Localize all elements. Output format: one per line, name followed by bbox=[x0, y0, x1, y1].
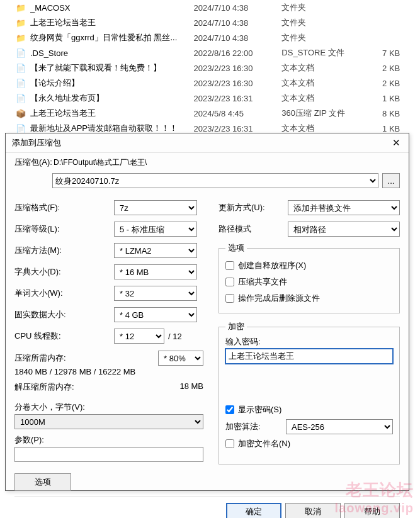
archive-label: 压缩包(A): bbox=[14, 157, 52, 168]
file-row[interactable]: 📄 【永久地址发布页】 2023/2/23 16:31 文本文档 1 KB bbox=[0, 91, 420, 106]
file-list: 📁 _MACOSX 2024/7/10 4:38 文件夹 📁 上老王论坛当老王 … bbox=[0, 0, 420, 136]
zip-icon: 📦 bbox=[15, 108, 26, 119]
file-row[interactable]: 📁 _MACOSX 2024/7/10 4:38 文件夹 bbox=[0, 0, 420, 15]
file-size: 7 KB bbox=[382, 48, 420, 58]
word-select[interactable]: * 32 bbox=[114, 286, 197, 301]
add-to-archive-dialog: 添加到压缩包 ✕ 压缩包(A): D:\FFOutput\格式工厂\老王\ 纹身… bbox=[5, 133, 409, 491]
format-label: 压缩格式(F): bbox=[14, 202, 114, 213]
options-legend: 选项 bbox=[225, 242, 247, 254]
enc-algo-select[interactable]: AES-256 bbox=[286, 419, 393, 434]
file-type: 文本文档 bbox=[281, 62, 382, 74]
close-icon[interactable]: ✕ bbox=[389, 135, 404, 150]
solid-label: 固实数据大小: bbox=[14, 309, 114, 320]
file-size: 1 KB bbox=[382, 124, 420, 133]
archive-name-combo[interactable]: 纹身20240710.7z bbox=[52, 173, 378, 188]
method-label: 压缩方法(M): bbox=[14, 245, 114, 256]
file-type: 360压缩 ZIP 文件 bbox=[281, 108, 382, 119]
file-icon: 📄 bbox=[15, 77, 26, 89]
help-button[interactable]: 帮助 bbox=[344, 503, 400, 518]
file-date: 2024/7/10 4:38 bbox=[194, 18, 282, 28]
dict-label: 字典大小(D): bbox=[14, 266, 114, 278]
archive-path: D:\FFOutput\格式工厂\老王\ bbox=[52, 157, 400, 168]
options-fieldset: 选项 创建自释放程序(X) 压缩共享文件 操作完成后删除源文件 bbox=[219, 242, 400, 313]
sfx-checkbox[interactable] bbox=[225, 261, 234, 270]
show-password-option[interactable]: 显示密码(S) bbox=[225, 402, 393, 418]
file-type: 文件夹 bbox=[281, 2, 382, 13]
format-select[interactable]: 7z bbox=[114, 200, 197, 215]
file-size: 2 KB bbox=[382, 64, 420, 73]
file-date: 2024/5/8 4:45 bbox=[194, 109, 282, 118]
file-name: .DS_Store bbox=[30, 48, 194, 58]
file-date: 2023/2/23 16:30 bbox=[194, 64, 282, 73]
file-name: 上老王论坛当老王 bbox=[30, 17, 194, 28]
file-date: 2024/7/10 4:38 bbox=[194, 33, 282, 43]
update-select[interactable]: 添加并替换文件 bbox=[288, 200, 400, 215]
file-type: 文本文档 bbox=[281, 93, 382, 104]
split-label: 分卷大小，字节(V): bbox=[14, 402, 203, 413]
file-type: 文件夹 bbox=[281, 32, 382, 43]
folder-icon: 📁 bbox=[15, 32, 26, 43]
file-type: DS_STORE 文件 bbox=[281, 47, 382, 59]
solid-select[interactable]: * 4 GB bbox=[114, 307, 197, 322]
encryption-fieldset: 加密 输入密码: 显示密码(S) 加密算法: AES-256 加密文件名(N) bbox=[219, 321, 400, 465]
file-row[interactable]: 📁 纹身网黄「ggxrrd」日常性爱私拍 黑丝... 2024/7/10 4:3… bbox=[0, 30, 420, 45]
folder-icon: 📁 bbox=[15, 2, 26, 13]
left-column: 压缩格式(F): 7z 压缩等级(L): 5 - 标准压缩 压缩方法(M): *… bbox=[14, 197, 203, 491]
file-name: 【永久地址发布页】 bbox=[30, 93, 194, 104]
browse-button[interactable]: ... bbox=[382, 173, 400, 188]
file-name: 纹身网黄「ggxrrd」日常性爱私拍 黑丝... bbox=[30, 32, 194, 43]
enc-names-option[interactable]: 加密文件名(N) bbox=[225, 436, 393, 452]
mem-decomp-label: 解压缩所需内存: bbox=[14, 381, 179, 393]
cpu-select[interactable]: * 12 bbox=[114, 329, 164, 344]
cpu-label: CPU 线程数: bbox=[14, 330, 114, 342]
password-label: 输入密码: bbox=[225, 336, 393, 347]
pathmode-select[interactable]: 相对路径 bbox=[288, 222, 400, 237]
delete-checkbox[interactable] bbox=[225, 294, 234, 303]
method-select[interactable]: * LZMA2 bbox=[114, 243, 197, 258]
file-size: 8 KB bbox=[382, 109, 420, 118]
show-password-checkbox[interactable] bbox=[225, 405, 234, 414]
update-label: 更新方式(U): bbox=[219, 202, 288, 213]
folder-icon: 📁 bbox=[15, 17, 26, 28]
share-option[interactable]: 压缩共享文件 bbox=[225, 274, 393, 290]
file-date: 2023/2/23 16:31 bbox=[194, 94, 282, 103]
delete-option[interactable]: 操作完成后删除源文件 bbox=[225, 290, 393, 307]
share-checkbox[interactable] bbox=[225, 278, 234, 286]
file-name: 【论坛介绍】 bbox=[30, 77, 194, 89]
enc-names-checkbox[interactable] bbox=[225, 439, 234, 448]
file-icon: 📄 bbox=[15, 47, 26, 59]
file-type: 文件夹 bbox=[281, 17, 382, 28]
right-column: 更新方式(U): 添加并替换文件 路径模式 相对路径 选项 创建自释放程序(X)… bbox=[219, 197, 400, 491]
file-row[interactable]: 📄 .DS_Store 2022/8/16 22:00 DS_STORE 文件 … bbox=[0, 45, 420, 60]
mem-comp-line: 1840 MB / 12978 MB / 16222 MB bbox=[14, 367, 203, 376]
options-button[interactable]: 选项 bbox=[14, 473, 71, 491]
dialog-title: 添加到压缩包 bbox=[12, 137, 61, 149]
file-name: _MACOSX bbox=[30, 3, 194, 13]
cpu-total: / 12 bbox=[168, 332, 182, 341]
file-date: 2024/7/10 4:38 bbox=[194, 3, 282, 13]
encryption-legend: 加密 bbox=[225, 321, 247, 332]
params-input[interactable] bbox=[14, 447, 203, 462]
cancel-button[interactable]: 取消 bbox=[285, 503, 341, 518]
mem-comp-select[interactable]: * 80% bbox=[158, 351, 203, 366]
mem-comp-label: 压缩所需内存: bbox=[14, 352, 158, 364]
file-name: 【来了就能下载和观看！纯免费！】 bbox=[30, 62, 194, 74]
file-type: 文本文档 bbox=[281, 77, 382, 89]
word-label: 单词大小(W): bbox=[14, 288, 114, 299]
ok-button[interactable]: 确定 bbox=[226, 503, 281, 518]
file-row[interactable]: 📄 【论坛介绍】 2023/2/23 16:30 文本文档 2 KB bbox=[0, 76, 420, 91]
file-date: 2022/8/16 22:00 bbox=[194, 48, 282, 58]
file-row[interactable]: 📁 上老王论坛当老王 2024/7/10 4:38 文件夹 bbox=[0, 15, 420, 30]
pathmode-label: 路径模式 bbox=[219, 223, 288, 235]
dict-select[interactable]: * 16 MB bbox=[114, 264, 197, 279]
file-row[interactable]: 📦 上老王论坛当老王 2024/5/8 4:45 360压缩 ZIP 文件 8 … bbox=[0, 106, 420, 121]
password-input[interactable] bbox=[225, 349, 393, 364]
file-size: 1 KB bbox=[382, 94, 420, 103]
titlebar[interactable]: 添加到压缩包 ✕ bbox=[6, 133, 409, 152]
file-name: 上老王论坛当老王 bbox=[30, 108, 194, 119]
file-row[interactable]: 📄 【来了就能下载和观看！纯免费！】 2023/2/23 16:30 文本文档 … bbox=[0, 60, 420, 76]
mem-decomp-value: 18 MB bbox=[179, 381, 203, 393]
level-select[interactable]: 5 - 标准压缩 bbox=[114, 222, 197, 237]
sfx-option[interactable]: 创建自释放程序(X) bbox=[225, 257, 393, 274]
split-select[interactable]: 1000M bbox=[14, 414, 203, 429]
